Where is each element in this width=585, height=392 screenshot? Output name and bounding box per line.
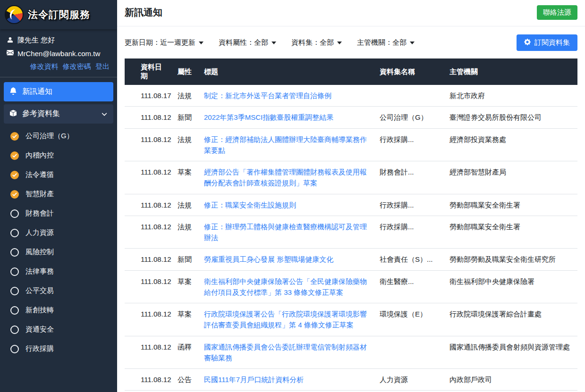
row-type: 法規 (173, 194, 199, 216)
row-title-link[interactable]: 修正：辦理勞工體格與健康檢查醫療機構認可及管理辦法 (204, 223, 367, 242)
sidebar-dataset-label: 人力資源 (25, 228, 54, 237)
nav-reference-datasets[interactable]: 參考資料集 (4, 104, 113, 124)
table-header-row: 資料日期 屬性 標題 資料集名稱 主管機關 (125, 58, 577, 85)
brand-logo-icon (5, 5, 24, 24)
sidebar-dataset-item[interactable]: 財務會計 (0, 204, 117, 223)
row-type: 草案 (173, 161, 199, 194)
person-icon (7, 36, 14, 45)
sidebar-dataset-item[interactable]: 人力資源 (0, 223, 117, 242)
sidebar-dataset-item[interactable]: 新創技轉 (0, 300, 117, 320)
table-row: 111.08.17 法規 制定：新北市外送平台業者管理自治條例 新北市政府 (125, 85, 577, 107)
row-date: 111.08.12 (125, 336, 173, 369)
bell-icon (9, 87, 17, 97)
row-dataset (375, 336, 445, 369)
user-greeting: 陳先生 您好 (17, 36, 55, 45)
row-type: 公告 (173, 369, 199, 391)
row-title-link[interactable]: 修正：經濟部補助法人團體辦理大陸臺商輔導業務作業要點 (204, 135, 367, 154)
user-email-row: MrChen@lawbank.com.tw (7, 49, 110, 58)
empty-circle-icon (10, 325, 19, 334)
table-column-header: 資料集名稱 (375, 58, 445, 85)
chevron-down-icon (101, 111, 108, 117)
row-title-link[interactable]: 勞雇重視員工身心發展 形塑職場健康文化 (204, 255, 333, 263)
sidebar-dataset-label: 行政採購 (25, 344, 54, 353)
subscribe-datasets-button[interactable]: 訂閱資料集 (517, 34, 577, 51)
contact-lawbank-button[interactable]: 聯絡法源 (537, 5, 577, 20)
sidebar-dataset-label: 智慧財產 (25, 190, 54, 199)
filter-label: 主管機關： (357, 38, 392, 47)
row-title-link[interactable]: 民國111年7月戶口統計資料分析 (204, 375, 304, 384)
sidebar: 法令訂閱服務 陳先生 您好 MrChen@lawbank.com.tw 修改資料… (0, 0, 117, 392)
row-date: 111.08.12 (125, 369, 173, 391)
row-date: 111.08.12 (125, 128, 173, 161)
nav-news-label: 新訊通知 (22, 87, 52, 97)
sidebar-dataset-item[interactable]: 資通安全 (0, 320, 117, 339)
row-type: 法規 (173, 216, 199, 249)
row-dataset: 行政採購... (375, 194, 445, 216)
filter-data-attribute[interactable]: 資料屬性：全部 (219, 38, 276, 47)
sidebar-dataset-label: 風險控制 (25, 248, 54, 257)
table-row: 111.08.12 法規 修正：職業安全衛生設施規則 行政採購... 勞動部職業… (125, 194, 577, 216)
sidebar-dataset-item[interactable]: 智慧財產 (0, 184, 117, 204)
filter-dataset[interactable]: 資料集：全部 (291, 38, 342, 47)
row-title-link[interactable]: 2022年第3季MSCI指數臺股權重調整結果 (204, 113, 333, 121)
sidebar-dataset-label: 法律事務 (25, 267, 54, 276)
empty-circle-icon (10, 306, 19, 315)
caret-down-icon (271, 42, 276, 44)
row-agency: 內政部戶政司 (445, 369, 577, 391)
row-title-link[interactable]: 修正：職業安全衛生設施規則 (204, 201, 296, 209)
row-title-link[interactable]: 制定：新北市外送平台業者管理自治條例 (204, 92, 331, 100)
table-row: 111.08.12 草案 行政院環境保護署公告「行政院環境保護署環境影響評估審查… (125, 303, 577, 336)
row-type: 函釋 (173, 336, 199, 369)
sidebar-dataset-label: 公司治理（G） (25, 132, 74, 141)
table-row: 111.08.12 草案 衛生福利部中央健康保險署公告「全民健康保險藥物給付項目… (125, 270, 577, 303)
row-type: 草案 (173, 303, 199, 336)
table-column-header: 標題 (199, 58, 375, 85)
sidebar-dataset-label: 內稽內控 (25, 151, 54, 160)
brand-title: 法令訂閱服務 (28, 8, 90, 21)
filter-group: 更新日期：近一週更新 資料屬性：全部 資料集：全部 主管機關：全部 (125, 38, 415, 47)
sidebar-dataset-item[interactable]: 公平交易 (0, 281, 117, 300)
sidebar-dataset-item[interactable]: 行政採購 (0, 339, 117, 359)
row-title-link[interactable]: 衛生福利部中央健康保險署公告「全民健康保險藥物給付項目及支付標準」第 33 條條… (204, 277, 367, 296)
brand[interactable]: 法令訂閱服務 (0, 0, 117, 29)
row-dataset: 環境保護（E） (375, 303, 445, 336)
checked-circle-icon (10, 132, 19, 141)
filter-agency[interactable]: 主管機關：全部 (357, 38, 415, 47)
gear-icon (524, 39, 531, 47)
sidebar-dataset-item[interactable]: 風險控制 (0, 242, 117, 262)
table-row: 111.08.12 新聞 2022年第3季MSCI指數臺股權重調整結果 公司治理… (125, 107, 577, 128)
content-area: 更新日期：近一週更新 資料屬性：全部 資料集：全部 主管機關：全部 訂閱資料集 … (117, 26, 585, 392)
row-agency: 臺灣證券交易所股份有限公司 (445, 107, 577, 128)
row-dataset (375, 85, 445, 107)
filter-value: 全部 (320, 38, 334, 47)
main-panel: 新訊通知 聯絡法源 更新日期：近一週更新 資料屬性：全部 資料集：全部 主管機關… (117, 0, 585, 392)
row-agency: 新北市政府 (445, 85, 577, 107)
sidebar-dataset-item[interactable]: 法令遵循 (0, 165, 117, 184)
sidebar-dataset-item[interactable]: 內稽內控 (0, 146, 117, 165)
table-row: 111.08.12 函釋 國家通訊傳播委員會公告委託辦理電信管制射頻器材審驗業務… (125, 336, 577, 369)
user-email: MrChen@lawbank.com.tw (17, 50, 100, 58)
row-agency: 勞動部職業安全衛生署 (445, 194, 577, 216)
change-password-link[interactable]: 修改密碼 (63, 62, 91, 70)
sidebar-dataset-item[interactable]: 法律事務 (0, 262, 117, 281)
row-type: 新聞 (173, 249, 199, 270)
sidebar-dataset-item[interactable]: 公司治理（G） (0, 126, 117, 146)
table-column-header: 屬性 (173, 58, 199, 85)
row-agency: 行政院環境保護署綜合計畫處 (445, 303, 577, 336)
filter-value: 全部 (254, 38, 268, 47)
table-row: 111.08.12 草案 經濟部公告「著作權集體管理團體財務報表及使用報酬分配表… (125, 161, 577, 194)
filter-row: 更新日期：近一週更新 資料屬性：全部 資料集：全部 主管機關：全部 訂閱資料集 (125, 34, 577, 51)
row-dataset: 行政採購... (375, 128, 445, 161)
row-agency: 國家通訊傳播委員會射頻與資源管理處 (445, 336, 577, 369)
row-title-link[interactable]: 經濟部公告「著作權集體管理團體財務報表及使用報酬分配表會計師查核簽證規則」草案 (204, 168, 367, 187)
row-title-link[interactable]: 國家通訊傳播委員會公告委託辦理電信管制射頻器材審驗業務 (204, 343, 367, 362)
sidebar-divider (0, 77, 117, 77)
nav-news-notifications[interactable]: 新訊通知 (4, 82, 113, 101)
table-row: 111.08.12 法規 修正：經濟部補助法人團體辦理大陸臺商輔導業務作業要點 … (125, 128, 577, 161)
row-agency: 衛生福利部中央健康保險署 (445, 270, 577, 303)
edit-profile-link[interactable]: 修改資料 (30, 62, 59, 70)
row-dataset: 社會責任（S）... (375, 249, 445, 270)
logout-link[interactable]: 登出 (95, 62, 110, 70)
row-title-link[interactable]: 行政院環境保護署公告「行政院環境保護署環境影響評估審查委員會組織規程」第 4 條… (204, 310, 367, 329)
filter-update-date[interactable]: 更新日期：近一週更新 (125, 38, 203, 47)
